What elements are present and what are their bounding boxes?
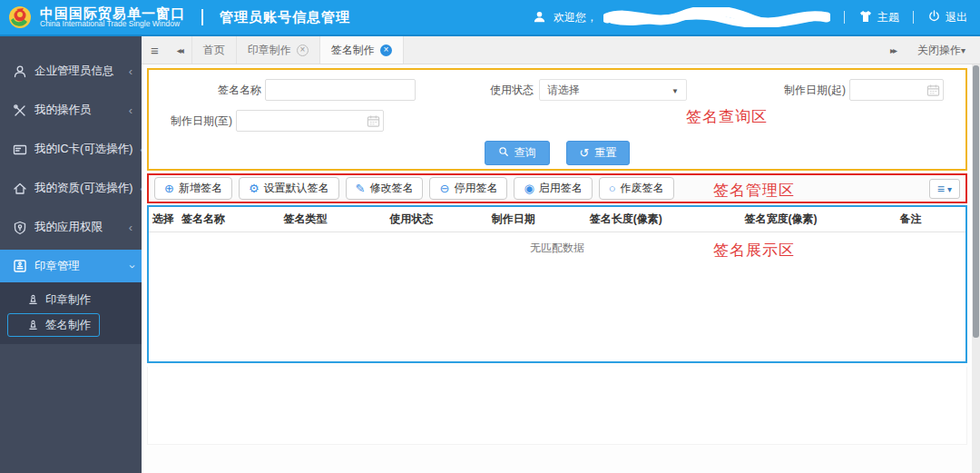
enable-signature-label: 启用签名 — [539, 181, 583, 196]
sidebar-submenu-seal: 印章制作 签名制作 — [0, 282, 142, 344]
welcome-text: 欢迎您， — [554, 10, 597, 25]
seal-icon — [13, 259, 27, 273]
tab-label: 签名制作 — [331, 43, 375, 58]
scrollbar-thumb[interactable] — [973, 65, 979, 338]
column-header-usage-status[interactable]: 使用状态 — [386, 207, 487, 232]
empty-state-row: 无匹配数据 — [149, 232, 965, 262]
logout-button[interactable]: 退出 — [927, 9, 967, 25]
display-section-annotation: 签名展示区 — [713, 240, 795, 261]
select-arrow-icon — [671, 84, 679, 96]
scroll-tabs-right-icon[interactable] — [881, 45, 905, 55]
tools-icon — [13, 103, 27, 118]
column-header-signature-width[interactable]: 签名宽度(像素) — [741, 207, 897, 232]
date-to-input[interactable] — [236, 110, 384, 132]
search-icon — [498, 146, 509, 160]
sidebar-item-label: 我的操作员 — [34, 103, 122, 118]
sidebar-item-label: 我的应用权限 — [34, 220, 122, 235]
theme-label: 主题 — [877, 10, 899, 25]
submenu-item-seal-making[interactable]: 印章制作 — [0, 288, 142, 311]
modify-signature-button[interactable]: 修改签名 — [346, 177, 424, 200]
column-settings-button[interactable] — [929, 179, 960, 199]
sidebar-item-enterprise-admin-info[interactable]: 企业管理员信息 ‹ — [0, 52, 142, 91]
sidebar-nav: 企业管理员信息 ‹ 我的操作员 ‹ 我的IC卡(可选操作) ‹ 我的资质(可选操… — [0, 36, 142, 473]
brand-text: 中国国际贸易单一窗口 China International Trade Sin… — [40, 6, 185, 29]
check-circle-icon — [524, 182, 534, 194]
add-signature-label: 新增签名 — [179, 181, 222, 196]
signature-name-label: 签名名称 — [154, 79, 261, 101]
sidebar-item-label: 印章管理 — [34, 259, 122, 274]
tab-signature-making[interactable]: 签名制作 — [320, 36, 404, 64]
date-from-label: 制作日期(起) — [755, 79, 846, 101]
signature-query-section: 签名名称 使用状态 请选择 制作日期(起) 制作日期(至) — [147, 68, 967, 171]
logout-label: 退出 — [946, 10, 967, 25]
column-header-select[interactable]: 选择 — [149, 207, 178, 232]
empty-state-text: 无匹配数据 — [149, 232, 965, 262]
sidebar-item-label: 企业管理员信息 — [34, 64, 122, 79]
scroll-tabs-left-icon[interactable] — [168, 36, 191, 64]
search-button-label: 查询 — [514, 145, 536, 161]
page-title: 管理员账号信息管理 — [220, 9, 350, 26]
column-header-made-date[interactable]: 制作日期 — [488, 207, 586, 232]
date-to-label: 制作日期(至) — [154, 110, 232, 132]
theme-button[interactable]: 主题 — [858, 9, 899, 26]
sidebar-item-my-qualification[interactable]: 我的资质(可选操作) ‹ — [0, 169, 142, 208]
tab-label: 印章制作 — [248, 43, 291, 58]
query-section-annotation: 签名查询区 — [686, 106, 768, 127]
enable-signature-button[interactable]: 启用签名 — [514, 177, 592, 200]
main-area: 首页 印章制作 签名制作 关闭操作 签名名称 使 — [142, 36, 980, 473]
close-operations-dropdown[interactable]: 关闭操作 — [908, 43, 975, 58]
close-operations-label: 关闭操作 — [917, 43, 961, 58]
app-logo-icon — [7, 5, 33, 30]
header-divider — [913, 11, 914, 24]
set-default-signature-button[interactable]: 设置默认签名 — [239, 177, 339, 200]
sidebar-item-label: 我的资质(可选操作) — [34, 181, 132, 196]
disable-signature-button[interactable]: 停用签名 — [429, 177, 507, 200]
add-signature-button[interactable]: 新增签名 — [154, 177, 232, 200]
column-header-signature-type[interactable]: 签名类型 — [279, 207, 386, 232]
signature-name-input[interactable] — [265, 79, 416, 101]
close-tab-icon[interactable] — [297, 44, 309, 56]
tab-seal-making[interactable]: 印章制作 — [237, 36, 320, 64]
set-default-signature-label: 设置默认签名 — [264, 181, 329, 196]
chevron-down-icon: ‹ — [123, 264, 137, 268]
submenu-item-label: 印章制作 — [45, 292, 91, 308]
management-section-annotation: 签名管理区 — [713, 180, 795, 201]
menu-toggle-icon[interactable] — [142, 36, 168, 64]
header-actions: 欢迎您， 主题 — [533, 7, 967, 27]
calendar-icon[interactable] — [926, 84, 940, 97]
vertical-scrollbar[interactable] — [972, 64, 980, 473]
void-signature-button[interactable]: 作废签名 — [599, 177, 674, 200]
sidebar-item-my-ic-card[interactable]: 我的IC卡(可选操作) ‹ — [0, 130, 142, 169]
reset-button[interactable]: 重置 — [566, 141, 631, 165]
void-signature-label: 作废签名 — [621, 181, 664, 196]
reset-button-label: 重置 — [594, 145, 616, 161]
tab-home[interactable]: 首页 — [191, 36, 237, 64]
submenu-item-signature-making[interactable]: 签名制作 — [7, 313, 100, 337]
column-header-signature-name[interactable]: 签名名称 — [178, 207, 279, 232]
column-header-signature-length[interactable]: 签名长度(像素) — [586, 207, 741, 232]
sidebar-item-my-operators[interactable]: 我的操作员 ‹ — [0, 91, 142, 130]
shirt-icon — [858, 9, 873, 26]
caret-down-icon — [947, 182, 952, 195]
app-window: 中国国际贸易单一窗口 China International Trade Sin… — [0, 0, 980, 473]
calendar-icon[interactable] — [367, 114, 380, 128]
sidebar-item-my-app-permissions[interactable]: 我的应用权限 ‹ — [0, 208, 142, 247]
close-tab-icon[interactable] — [380, 44, 392, 56]
caret-down-icon — [961, 44, 965, 56]
usage-status-value: 请选择 — [547, 83, 580, 98]
sidebar-item-seal-management[interactable]: 印章管理 ‹ — [0, 250, 142, 282]
chevron-left-icon: ‹ — [129, 103, 132, 117]
reset-icon — [580, 147, 590, 160]
sidebar-item-label: 我的IC卡(可选操作) — [34, 142, 132, 157]
chevron-left-icon: ‹ — [129, 221, 132, 234]
query-buttons-row: 查询 重置 — [149, 141, 965, 165]
home-icon — [13, 182, 27, 196]
table-header-row: 选择 签名名称 签名类型 使用状态 制作日期 签名长度(像素) 签名宽度(像素)… — [149, 207, 965, 232]
column-header-remarks[interactable]: 备注 — [896, 207, 965, 232]
search-button[interactable]: 查询 — [485, 141, 550, 165]
date-from-input[interactable] — [849, 79, 944, 101]
user-avatar-icon — [533, 10, 547, 25]
usage-status-select[interactable]: 请选择 — [539, 79, 687, 101]
brand-area: 中国国际贸易单一窗口 China International Trade Sin… — [7, 5, 350, 30]
header-divider — [844, 11, 845, 24]
